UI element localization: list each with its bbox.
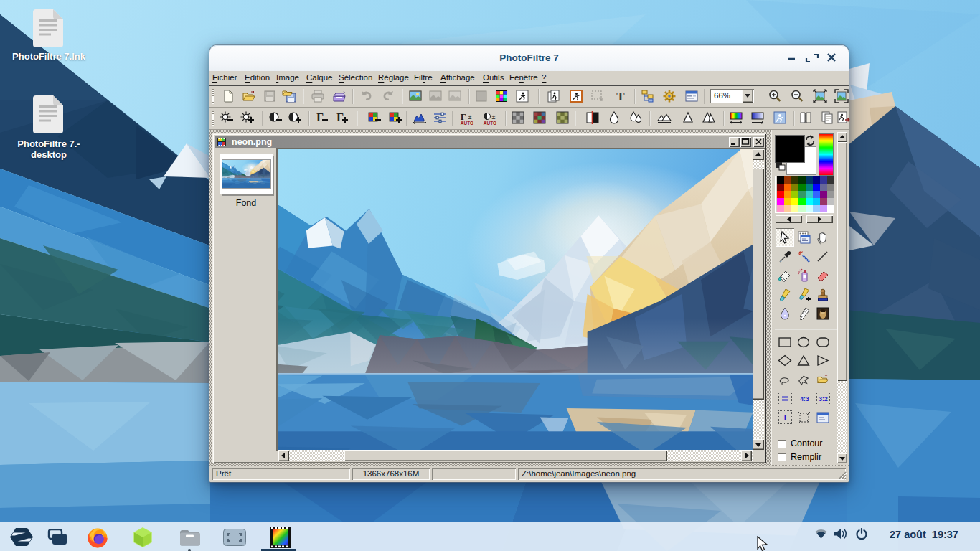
- svg-text:3:2: 3:2: [819, 395, 828, 402]
- svg-text:I: I: [783, 412, 787, 423]
- svg-text:4:3: 4:3: [800, 395, 809, 402]
